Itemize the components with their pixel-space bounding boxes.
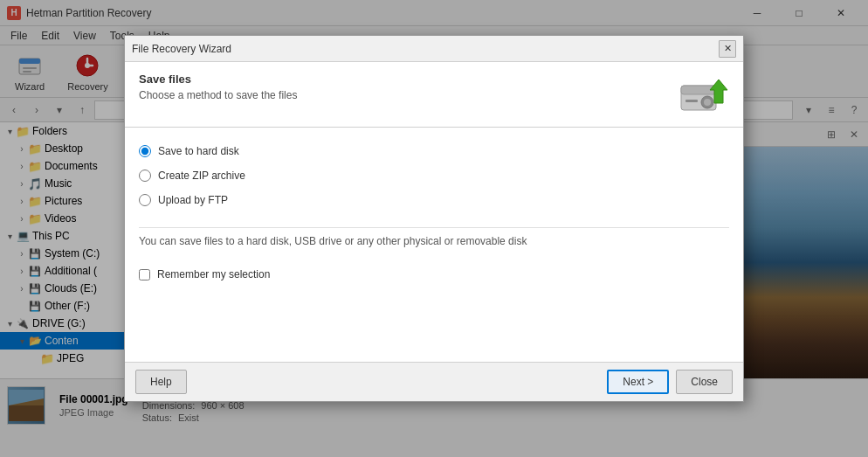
close-button[interactable]: Close [676, 370, 733, 394]
dialog-header-icon [677, 73, 729, 116]
radio-item-ftp[interactable]: Upload by FTP [139, 194, 729, 206]
file-recovery-dialog: File Recovery Wizard ✕ Save files Choose… [124, 35, 744, 402]
radio-harddisk[interactable] [139, 145, 151, 157]
dialog-title: File Recovery Wizard [132, 43, 719, 55]
modal-overlay: File Recovery Wizard ✕ Save files Choose… [0, 0, 868, 457]
help-button[interactable]: Help [135, 370, 187, 394]
radio-label-ftp: Upload by FTP [158, 194, 228, 206]
dialog-footer: Help Next > Close [125, 362, 743, 401]
dialog-save-subtitle: Choose a method to save the files [139, 89, 677, 101]
radio-item-zip[interactable]: Create ZIP archive [139, 170, 729, 182]
radio-ftp[interactable] [139, 194, 151, 206]
radio-group: Save to hard disk Create ZIP archive Upl… [139, 145, 729, 206]
radio-label-zip: Create ZIP archive [158, 170, 245, 182]
dialog-save-title: Save files [139, 73, 677, 86]
footer-right: Next > Close [607, 370, 733, 394]
svg-point-12 [704, 99, 711, 106]
info-text: You can save files to a hard disk, USB d… [139, 227, 729, 247]
dialog-header: Save files Choose a method to save the f… [125, 62, 743, 128]
remember-checkbox[interactable] [139, 269, 150, 280]
radio-zip[interactable] [139, 170, 151, 182]
dialog-body: Save to hard disk Create ZIP archive Upl… [125, 128, 743, 362]
radio-item-harddisk[interactable]: Save to hard disk [139, 145, 729, 157]
dialog-close-button[interactable]: ✕ [719, 40, 736, 58]
checkbox-row: Remember my selection [139, 268, 729, 280]
svg-rect-13 [685, 100, 698, 102]
radio-label-harddisk: Save to hard disk [158, 145, 239, 157]
dialog-titlebar: File Recovery Wizard ✕ [125, 36, 743, 62]
remember-label: Remember my selection [157, 268, 270, 280]
dialog-header-content: Save files Choose a method to save the f… [139, 73, 677, 101]
footer-left: Help [135, 370, 187, 394]
next-button[interactable]: Next > [607, 370, 669, 394]
